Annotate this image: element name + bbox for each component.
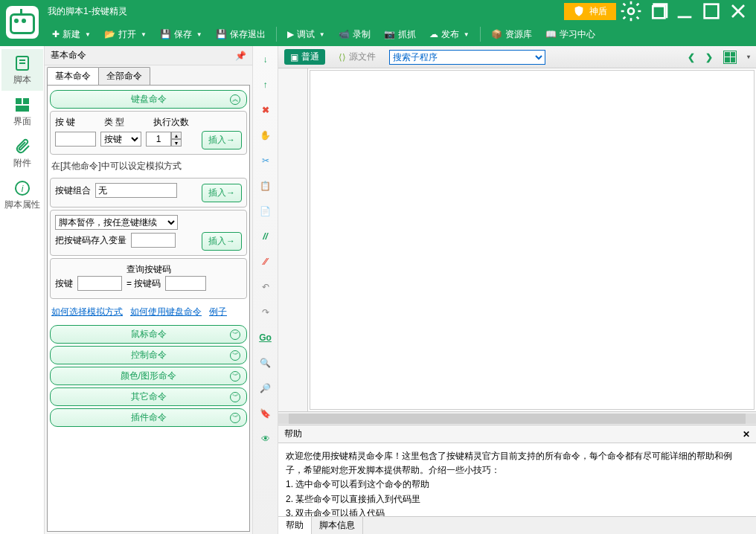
maximize-button[interactable]: [699, 1, 723, 22]
eye-icon: 👁: [261, 434, 270, 444]
insert-button-3[interactable]: 插入→: [202, 232, 242, 251]
insert-button-1[interactable]: 插入→: [202, 131, 242, 149]
count-down[interactable]: ▼: [171, 139, 182, 147]
insert-button-2[interactable]: 插入→: [202, 184, 242, 202]
block-combo: 按键组合 插入→: [50, 178, 247, 208]
publish-button[interactable]: ☁ 发布▼: [423, 25, 475, 44]
view-normal[interactable]: ▣ 普通: [284, 49, 325, 65]
query-code-input[interactable]: [165, 276, 206, 291]
save-exit-button[interactable]: 💾 保存退出: [210, 25, 272, 44]
camera-icon: 📹: [339, 29, 350, 39]
shield-icon: [573, 5, 585, 17]
stack-icon: 📦: [491, 29, 502, 39]
chevron-down-icon: ︾: [230, 329, 240, 340]
paste-button[interactable]: 📄: [258, 204, 273, 219]
resource-label: 资源库: [505, 28, 532, 41]
main-area: ▣ 普通 ⟨⟩ 源文件 搜索子程序 ❮ ❯ ▾ 帮助: [278, 46, 756, 534]
help-title: 帮助: [284, 428, 302, 440]
type-select[interactable]: 按键: [100, 132, 141, 147]
acc-other[interactable]: 其它命令︾: [50, 387, 247, 406]
svg-rect-9: [16, 98, 22, 104]
help-tab-help[interactable]: 帮助: [278, 517, 312, 534]
rail-props[interactable]: i 脚本属性: [1, 174, 43, 216]
close-button[interactable]: [726, 1, 750, 22]
left-rail: 脚本 界面 附件 i 脚本属性: [0, 46, 45, 534]
resource-button[interactable]: 📦 资源库: [485, 25, 538, 44]
acc-color[interactable]: 颜色/图形命令︾: [50, 367, 247, 385]
pause-select[interactable]: 脚本暂停，按任意键继续: [55, 215, 178, 230]
code-canvas[interactable]: [310, 70, 755, 410]
h-scrollbar[interactable]: [278, 411, 756, 425]
svg-text:i: i: [21, 184, 23, 194]
settings-button[interactable]: [619, 1, 643, 22]
view-source[interactable]: ⟨⟩ 源文件: [333, 49, 382, 65]
replace-button[interactable]: 🔎: [258, 381, 273, 396]
learn-button[interactable]: 📖 学习中心: [539, 25, 601, 44]
help-tab-info[interactable]: 脚本信息: [312, 517, 363, 534]
debug-button[interactable]: ▶ 调试▼: [281, 25, 331, 44]
search-sub[interactable]: 搜索子程序: [389, 50, 545, 65]
delete-button[interactable]: ✖: [258, 103, 273, 118]
help-close[interactable]: ✕: [743, 429, 750, 440]
restore-down-button[interactable]: [646, 1, 670, 22]
rail-ui[interactable]: 界面: [1, 91, 43, 132]
shield-label: 神盾: [589, 5, 607, 18]
minimize-button[interactable]: [673, 1, 696, 22]
nav-prev[interactable]: ❮: [688, 52, 695, 62]
record-label: 录制: [353, 28, 371, 41]
count-input[interactable]: [146, 132, 171, 147]
rail-script[interactable]: 脚本: [1, 49, 43, 91]
copy-icon: 📋: [260, 181, 271, 191]
hint-text: 在[其他命令]中可以设定模拟方式: [50, 157, 247, 176]
grab-button[interactable]: 📷 抓抓: [378, 25, 422, 44]
layout-button[interactable]: [723, 51, 737, 64]
comment-button[interactable]: //: [258, 229, 273, 244]
copy-button[interactable]: 📋: [258, 178, 273, 193]
link-keyboard[interactable]: 如何使用键盘命令: [130, 306, 202, 318]
record-button[interactable]: 📹 录制: [333, 25, 377, 44]
search-select[interactable]: 搜索子程序: [389, 50, 545, 65]
arrow-up-button[interactable]: ↑: [258, 77, 273, 92]
cut-button[interactable]: ✂: [258, 153, 273, 168]
uncomment-button[interactable]: ⁄⁄: [258, 254, 273, 269]
new-button[interactable]: ✚ 新建▼: [46, 25, 97, 44]
label-count: 执行次数: [153, 116, 189, 129]
savevar-input[interactable]: [131, 233, 176, 248]
acc-plugin[interactable]: 插件命令︾: [50, 408, 247, 427]
pin-icon[interactable]: 📌: [235, 51, 246, 61]
find-button[interactable]: 🔍: [258, 356, 273, 370]
key-input[interactable]: [55, 132, 96, 147]
acc-keyboard[interactable]: 键盘命令︽: [50, 90, 247, 109]
save-button[interactable]: 💾 保存▼: [154, 25, 208, 44]
learn-label: 学习中心: [560, 28, 595, 41]
shield-badge[interactable]: 神盾: [564, 3, 616, 20]
nav-next[interactable]: ❯: [705, 52, 713, 62]
link-sim[interactable]: 如何选择模拟方式: [51, 306, 123, 318]
acc-control[interactable]: 控制命令︾: [50, 346, 247, 364]
window-title: 我的脚本1-按键精灵: [48, 5, 127, 18]
open-button[interactable]: 📂 打开▼: [98, 25, 153, 44]
tab-all[interactable]: 全部命令: [98, 67, 150, 85]
hand-button[interactable]: ✋: [258, 128, 273, 143]
redo-button[interactable]: ↷: [258, 305, 273, 320]
paste-icon: 📄: [260, 206, 271, 216]
redo-icon: ↷: [262, 307, 269, 318]
go-button[interactable]: Go: [258, 330, 273, 345]
undo-button[interactable]: ↶: [258, 280, 273, 295]
grab-label: 抓抓: [398, 28, 416, 41]
arrow-down-button[interactable]: ↓: [258, 52, 273, 67]
combo-input[interactable]: [95, 183, 177, 198]
count-up[interactable]: ▲: [171, 132, 182, 139]
link-example[interactable]: 例子: [209, 306, 227, 318]
open-label: 打开: [118, 28, 136, 41]
tab-basic[interactable]: 基本命令: [47, 67, 99, 85]
query-key-input[interactable]: [77, 276, 122, 291]
grid-layout-icon: [13, 96, 31, 114]
bookmark-button[interactable]: 🔖: [258, 406, 273, 421]
rail-attach[interactable]: 附件: [1, 132, 43, 174]
acc-mouse[interactable]: 鼠标命令︾: [50, 325, 247, 344]
slash-x-icon: ⁄⁄: [263, 257, 266, 267]
line-gutter: [278, 68, 308, 411]
eye-button[interactable]: 👁: [258, 431, 273, 446]
savevar-label: 把按键码存入变量: [55, 234, 126, 247]
